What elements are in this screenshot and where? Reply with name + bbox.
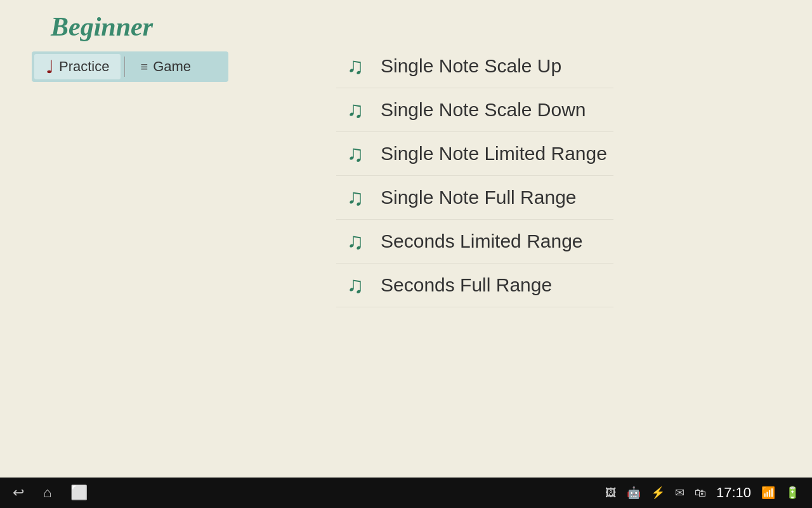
battery-icon: 🔋: [785, 486, 799, 500]
menu-label-scale-down: Single Note Scale Down: [381, 99, 586, 121]
home-button[interactable]: ⌂: [43, 485, 51, 501]
menu-item-seconds-limited[interactable]: ♫Seconds Limited Range: [336, 220, 613, 264]
menu-item-scale-up[interactable]: ♫Single Note Scale Up: [336, 44, 613, 88]
menu-icon-full-range: ♫: [343, 186, 368, 209]
menu-item-scale-down[interactable]: ♫Single Note Scale Down: [336, 88, 613, 132]
menu-icon-scale-down: ♫: [343, 98, 368, 121]
menu-icon-seconds-full: ♫: [343, 274, 368, 297]
status-area: 🖼 🤖 ⚡ ✉ 🛍 17:10 📶 🔋: [605, 485, 799, 501]
menu-icon-seconds-limited: ♫: [343, 230, 368, 253]
wifi-icon: 📶: [761, 486, 775, 500]
tab-game-label: Game: [153, 58, 191, 75]
recents-button[interactable]: ⬜: [70, 485, 88, 501]
main-content: Beginner ♩ Practice ≡ Game ♫Single Note …: [0, 0, 812, 478]
tab-divider: [124, 57, 125, 77]
menu-item-seconds-full[interactable]: ♫Seconds Full Range: [336, 264, 613, 307]
nav-buttons: ↩ ⌂ ⬜: [13, 485, 88, 501]
menu-list: ♫Single Note Scale Up♫Single Note Scale …: [336, 44, 613, 307]
tab-practice[interactable]: ♩ Practice: [34, 54, 121, 79]
tab-bar: ♩ Practice ≡ Game: [32, 51, 228, 82]
practice-note-icon: ♩: [46, 57, 54, 77]
game-menu-icon: ≡: [140, 60, 148, 74]
android-icon: 🤖: [627, 486, 641, 500]
page-title: Beginner: [0, 0, 812, 48]
menu-label-full-range: Single Note Full Range: [381, 187, 577, 208]
menu-icon-limited-range: ♫: [343, 142, 368, 165]
menu-item-full-range[interactable]: ♫Single Note Full Range: [336, 176, 613, 220]
system-bar: ↩ ⌂ ⬜ 🖼 🤖 ⚡ ✉ 🛍 17:10 📶 🔋: [0, 478, 812, 508]
menu-icon-scale-up: ♫: [343, 55, 368, 77]
usb-icon: ⚡: [651, 486, 665, 500]
menu-label-scale-up: Single Note Scale Up: [381, 55, 561, 77]
back-button[interactable]: ↩: [13, 485, 24, 501]
email-icon: ✉: [675, 486, 684, 500]
gallery-icon: 🖼: [605, 486, 617, 500]
menu-label-seconds-full: Seconds Full Range: [381, 274, 552, 296]
tab-practice-label: Practice: [59, 58, 109, 75]
store-icon: 🛍: [695, 486, 706, 500]
menu-label-seconds-limited: Seconds Limited Range: [381, 231, 583, 252]
menu-item-limited-range[interactable]: ♫Single Note Limited Range: [336, 132, 613, 176]
tab-game[interactable]: ≡ Game: [129, 54, 202, 79]
menu-label-limited-range: Single Note Limited Range: [381, 143, 607, 164]
system-time: 17:10: [716, 485, 751, 501]
